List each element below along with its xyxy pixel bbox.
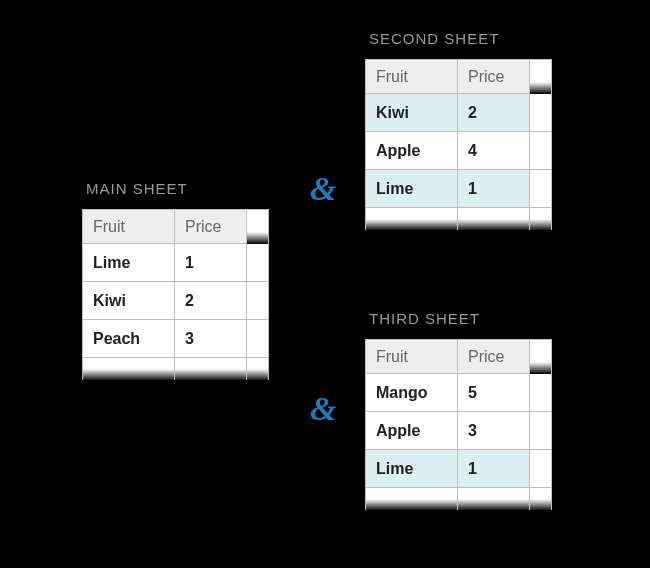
cell-fruit: Peach <box>83 320 175 358</box>
table-tail-row <box>366 488 552 510</box>
main-sheet: MAIN SHEET Fruit Price Lime 1 Kiwi 2 Pea… <box>82 180 269 380</box>
col-tail <box>530 340 552 374</box>
ampersand-icon: & <box>310 170 336 208</box>
table-row: Lime 1 <box>83 244 269 282</box>
third-sheet-table: Fruit Price Mango 5 Apple 3 Lime 1 <box>365 339 552 510</box>
col-header-fruit: Fruit <box>83 210 175 244</box>
cell-price: 2 <box>175 282 247 320</box>
table-row: Lime 1 <box>366 170 552 208</box>
col-tail <box>247 210 269 244</box>
cell-price: 1 <box>175 244 247 282</box>
cell-price: 1 <box>458 170 530 208</box>
cell-price: 1 <box>458 450 530 488</box>
table-tail-row <box>366 208 552 230</box>
col-tail <box>530 60 552 94</box>
table-row: Mango 5 <box>366 374 552 412</box>
cell-fruit: Mango <box>366 374 458 412</box>
cell-fruit: Kiwi <box>83 282 175 320</box>
col-header-price: Price <box>458 60 530 94</box>
cell-fruit: Apple <box>366 132 458 170</box>
second-sheet: SECOND SHEET Fruit Price Kiwi 2 Apple 4 … <box>365 30 552 230</box>
cell-price: 5 <box>458 374 530 412</box>
third-sheet-title: THIRD SHEET <box>369 310 552 327</box>
table-tail-row <box>83 358 269 380</box>
main-sheet-title: MAIN SHEET <box>86 180 269 197</box>
cell-price: 2 <box>458 94 530 132</box>
cell-fruit: Lime <box>366 170 458 208</box>
cell-fruit: Lime <box>83 244 175 282</box>
cell-price: 3 <box>458 412 530 450</box>
col-header-price: Price <box>458 340 530 374</box>
cell-price: 3 <box>175 320 247 358</box>
cell-fruit: Lime <box>366 450 458 488</box>
table-row: Apple 3 <box>366 412 552 450</box>
table-row: Apple 4 <box>366 132 552 170</box>
third-sheet: THIRD SHEET Fruit Price Mango 5 Apple 3 … <box>365 310 552 510</box>
col-header-fruit: Fruit <box>366 60 458 94</box>
table-row: Peach 3 <box>83 320 269 358</box>
cell-fruit: Apple <box>366 412 458 450</box>
col-header-fruit: Fruit <box>366 340 458 374</box>
cell-price: 4 <box>458 132 530 170</box>
main-sheet-table: Fruit Price Lime 1 Kiwi 2 Peach 3 <box>82 209 269 380</box>
second-sheet-table: Fruit Price Kiwi 2 Apple 4 Lime 1 <box>365 59 552 230</box>
col-header-price: Price <box>175 210 247 244</box>
ampersand-icon: & <box>310 390 336 428</box>
table-row: Kiwi 2 <box>83 282 269 320</box>
second-sheet-title: SECOND SHEET <box>369 30 552 47</box>
table-row: Kiwi 2 <box>366 94 552 132</box>
cell-fruit: Kiwi <box>366 94 458 132</box>
table-row: Lime 1 <box>366 450 552 488</box>
